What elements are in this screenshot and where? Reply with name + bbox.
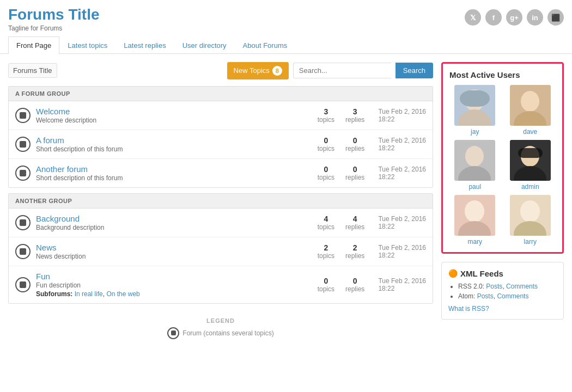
forum-icon bbox=[15, 166, 31, 181]
forum-row-welcome: Welcome Welcome description 3 topics 3 r… bbox=[9, 101, 433, 130]
user-card-larry: larry bbox=[505, 195, 556, 246]
linkedin-icon[interactable]: in bbox=[527, 9, 543, 26]
main-layout: Forums Title New Topics 8 Search A FORUM… bbox=[0, 54, 572, 356]
svg-point-5 bbox=[521, 91, 539, 112]
forum-date-news: Tue Feb 2, 201618:22 bbox=[378, 244, 426, 259]
main-content: Forums Title New Topics 8 Search A FORUM… bbox=[8, 62, 433, 347]
forum-topics-aforum: 0 topics bbox=[318, 136, 334, 152]
user-name-admin[interactable]: admin bbox=[521, 183, 539, 191]
legend-item-label: Forum (contains several topics) bbox=[182, 329, 273, 337]
user-avatar-paul bbox=[454, 140, 495, 181]
forum-info-news: News News description bbox=[36, 243, 309, 260]
forum-row-anotherforum: Another forum Short description of this … bbox=[9, 159, 433, 187]
legend-forum-icon bbox=[167, 327, 179, 339]
user-avatar-larry bbox=[510, 195, 551, 236]
user-avatar-mary bbox=[454, 195, 495, 236]
what-is-rss-link[interactable]: What is RSS? bbox=[448, 305, 489, 313]
tab-latest-topics[interactable]: Latest topics bbox=[59, 36, 115, 54]
forum-stats-aforum: 0 topics 0 replies bbox=[318, 136, 365, 152]
forum-name-anotherforum[interactable]: Another forum bbox=[36, 164, 309, 174]
forum-icon bbox=[15, 277, 31, 292]
feeds-atom-posts[interactable]: Posts bbox=[477, 292, 494, 300]
forum-date-aforum: Tue Feb 2, 201618:22 bbox=[378, 137, 426, 152]
forum-row-fun: Fun Fun description Subforums: In real l… bbox=[9, 266, 433, 303]
xml-feeds-box: 🟠 XML Feeds RSS 2.0: Posts, Comments Ato… bbox=[441, 262, 564, 320]
subforum-inreallife[interactable]: In real life bbox=[75, 290, 103, 298]
svg-point-8 bbox=[465, 146, 484, 167]
forum-icon bbox=[15, 137, 31, 152]
tab-latest-replies[interactable]: Latest replies bbox=[115, 36, 174, 54]
feeds-rss-comments[interactable]: Comments bbox=[506, 283, 538, 290]
header-left: Forums Title Tagline for Forums bbox=[8, 7, 100, 32]
legend-item: Forum (contains several topics) bbox=[167, 327, 273, 339]
forum-date-background: Tue Feb 2, 201618:22 bbox=[378, 215, 426, 230]
user-name-larry[interactable]: larry bbox=[524, 238, 537, 246]
feeds-rss-label: RSS 2.0: bbox=[458, 283, 486, 290]
search-button[interactable]: Search bbox=[395, 63, 433, 78]
forum-replies-anotherforum: 0 replies bbox=[345, 165, 364, 181]
feeds-atom: Atom: Posts, Comments bbox=[458, 292, 557, 300]
site-tagline: Tagline for Forums bbox=[8, 24, 100, 32]
facebook-icon[interactable]: f bbox=[485, 9, 502, 26]
forum-desc-welcome: Welcome description bbox=[36, 117, 309, 124]
forum-replies-welcome: 3 replies bbox=[345, 107, 364, 124]
new-topics-button[interactable]: New Topics 8 bbox=[227, 62, 289, 79]
tab-user-directory[interactable]: User directory bbox=[174, 36, 235, 54]
breadcrumb: Forums Title bbox=[8, 63, 57, 78]
forum-name-fun[interactable]: Fun bbox=[36, 272, 309, 281]
forum-desc-fun: Fun description bbox=[36, 281, 309, 289]
most-active-title: Most Active Users bbox=[449, 70, 556, 79]
most-active-users-box: Most Active Users jay bbox=[441, 62, 564, 254]
forum-replies-news: 2 replies bbox=[345, 243, 364, 260]
user-name-paul[interactable]: paul bbox=[468, 183, 481, 191]
forum-topics-background: 4 topics bbox=[318, 215, 334, 231]
nav-tabs: Front Page Latest topics Latest replies … bbox=[0, 36, 572, 54]
forum-replies-fun: 0 replies bbox=[345, 277, 364, 293]
header: Forums Title Tagline for Forums 𝕏 f g+ i… bbox=[0, 0, 572, 36]
forum-name-background[interactable]: Background bbox=[36, 214, 309, 223]
user-name-mary[interactable]: mary bbox=[467, 238, 482, 246]
forum-date-anotherforum: Tue Feb 2, 201618:22 bbox=[378, 166, 426, 181]
site-title: Forums Title bbox=[8, 7, 100, 23]
forum-group-a: A FORUM GROUP Welcome Welcome descriptio… bbox=[8, 86, 433, 188]
feeds-rss-posts[interactable]: Posts bbox=[486, 283, 502, 290]
svg-rect-3 bbox=[460, 90, 490, 107]
feeds-list: RSS 2.0: Posts, Comments Atom: Posts, Co… bbox=[448, 283, 557, 300]
forum-replies-aforum: 0 replies bbox=[345, 136, 364, 152]
forum-group-b: ANOTHER GROUP Background Background desc… bbox=[8, 193, 433, 304]
forum-info-aforum: A forum Short description of this forum bbox=[36, 136, 309, 153]
forum-stats-welcome: 3 topics 3 replies bbox=[318, 107, 365, 124]
forum-info-anotherforum: Another forum Short description of this … bbox=[36, 164, 309, 182]
forum-icon bbox=[15, 215, 31, 230]
forum-name-news[interactable]: News bbox=[36, 243, 309, 252]
new-topics-label: New Topics bbox=[234, 66, 270, 75]
group-header-a: A FORUM GROUP bbox=[9, 87, 433, 101]
social-icons: 𝕏 f g+ in ⬛ bbox=[465, 9, 564, 26]
user-name-dave[interactable]: dave bbox=[523, 128, 537, 136]
search-input[interactable] bbox=[293, 63, 391, 78]
user-card-paul: paul bbox=[449, 140, 501, 191]
tab-about-forums[interactable]: About Forums bbox=[235, 36, 296, 54]
forum-topics-fun: 0 topics bbox=[318, 277, 334, 293]
forum-name-aforum[interactable]: A forum bbox=[36, 136, 309, 145]
twitter-icon[interactable]: 𝕏 bbox=[465, 9, 481, 26]
toolbar: Forums Title New Topics 8 Search bbox=[8, 62, 433, 79]
legend: LEGEND Forum (contains several topics) bbox=[8, 309, 433, 347]
subforum-ontheweb[interactable]: On the web bbox=[106, 290, 139, 298]
svg-point-15 bbox=[465, 200, 484, 222]
rss-social-icon[interactable]: ⬛ bbox=[547, 9, 564, 26]
forum-info-background: Background Background description bbox=[36, 214, 309, 231]
user-avatar-admin bbox=[510, 140, 551, 181]
forum-name-welcome[interactable]: Welcome bbox=[36, 107, 309, 116]
rss-icon: 🟠 bbox=[448, 269, 458, 278]
tab-front-page[interactable]: Front Page bbox=[8, 36, 59, 54]
forum-desc-background: Background description bbox=[36, 224, 309, 231]
google-icon[interactable]: g+ bbox=[506, 9, 522, 26]
forum-date-welcome: Tue Feb 2, 201618:22 bbox=[378, 108, 426, 123]
feeds-atom-comments[interactable]: Comments bbox=[497, 292, 528, 300]
forum-replies-background: 4 replies bbox=[345, 215, 364, 231]
user-card-mary: mary bbox=[449, 195, 501, 246]
user-name-jay[interactable]: jay bbox=[471, 128, 479, 136]
feeds-title: 🟠 XML Feeds bbox=[448, 269, 557, 278]
forum-stats-news: 2 topics 2 replies bbox=[318, 243, 365, 260]
